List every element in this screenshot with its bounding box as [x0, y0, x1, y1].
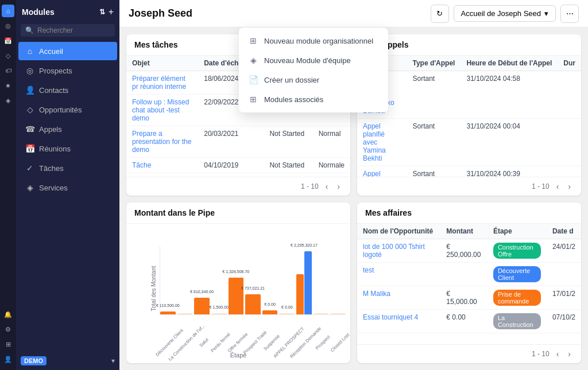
calls-next-button[interactable]: ›: [566, 181, 573, 192]
call-objet[interactable]: Appel planifié avec Drissa Sima: [357, 166, 407, 177]
dropdown-item-associated-label: Modules associés: [264, 95, 323, 104]
icon-bar-chart[interactable]: ◇: [2, 49, 14, 62]
accueil-dropdown-button[interactable]: Accueil de Joseph Seed ▾: [454, 5, 556, 22]
call-dur: [558, 71, 581, 119]
icon-bar-settings[interactable]: ⚙: [2, 323, 14, 336]
icon-bar-star[interactable]: ★: [2, 79, 14, 92]
bar-value: € 1,500.00: [210, 305, 229, 309]
sidebar-item-contacts[interactable]: 👤 Contacts: [18, 81, 117, 99]
calls-pagination: 1 - 10: [532, 182, 550, 190]
bar-orange: [262, 310, 278, 314]
sidebar-item-prospects-label: Prospects: [39, 67, 72, 75]
sidebar-item-contacts-label: Contacts: [39, 86, 68, 95]
task-objet[interactable]: Follow up : Missed chat about -test demo: [126, 95, 198, 126]
reunions-icon: 📅: [25, 144, 34, 153]
call-dur: [558, 119, 581, 166]
chart-area: Total des Montant € 110,500.00Découverte…: [126, 224, 350, 364]
task-objet[interactable]: Tâche: [126, 158, 198, 173]
sidebar-item-services[interactable]: ◈ Services: [18, 178, 117, 197]
sidebar-item-accueil[interactable]: ⌂ Accueil: [18, 42, 117, 60]
affaire-date: 24/01/2: [547, 239, 581, 262]
dropdown-item-associated[interactable]: ⊞ Modules associés: [239, 89, 388, 109]
call-heure: 31/10/2024 04:58: [461, 71, 558, 119]
task-priorite: Normale: [313, 158, 350, 173]
sidebar-item-prospects[interactable]: ◎ Prospects: [18, 61, 117, 80]
bar-value: € 0.00: [264, 302, 275, 306]
search-icon: 🔍: [25, 26, 34, 34]
dropdown-item-org[interactable]: ⊞ Nouveau module organisationnel: [239, 31, 388, 50]
sidebar-sort-icon[interactable]: ⇅: [99, 8, 105, 16]
call-dur: [558, 166, 581, 177]
call-type: Sortant: [407, 166, 461, 177]
sidebar-item-appels[interactable]: ☎ Appels: [18, 120, 117, 138]
call-objet[interactable]: Appel planifié avec Yamina Bekhti: [357, 119, 407, 166]
sidebar-item-reunions-label: Réunions: [39, 145, 71, 153]
bar-group: € 0.00APPEL PROSPECT: [279, 313, 295, 314]
icon-bar-calendar[interactable]: 📅: [2, 34, 14, 47]
bar-group: € 1,326,506.70Offre fermée: [229, 278, 244, 314]
calls-prev-button[interactable]: ‹: [554, 181, 562, 192]
affaires-card-header: Mes affaires: [357, 202, 581, 224]
bar-value: € 2,295,320.17: [291, 243, 318, 247]
task-objet[interactable]: Préparer élément pr réunion interne: [126, 71, 198, 95]
org-module-icon: ⊞: [248, 36, 258, 45]
chevron-down-icon: ▾: [544, 9, 548, 18]
icon-bar-contacts[interactable]: ◎: [2, 20, 14, 32]
more-options-button[interactable]: ⋯: [560, 5, 579, 23]
affaires-card: Mes affaires Nom de l'Opportunité Montan…: [357, 202, 581, 364]
taches-icon: ✓: [25, 163, 34, 173]
calls-card-footer: 1 - 10 ‹ ›: [357, 177, 581, 196]
icon-bar-user[interactable]: 👤: [2, 353, 14, 365]
search-placeholder: Rechercher: [37, 26, 73, 34]
affaires-prev-button[interactable]: ‹: [554, 348, 562, 360]
bar-group: € 737,021.21Prospect Traité: [245, 294, 261, 314]
dropdown-item-folder-label: Créer un dossier: [264, 76, 319, 84]
icon-bar-grid[interactable]: ⊞: [2, 338, 14, 350]
team-module-icon: ◈: [248, 56, 258, 65]
affaire-montant: € 0.00: [440, 309, 488, 333]
task-date: 20/03/2021: [198, 126, 264, 158]
affaire-nom[interactable]: lot de 100 000 Tshirt logoté: [357, 239, 440, 262]
dropdown-menu: ⊞ Nouveau module organisationnel ◈ Nouve…: [239, 28, 388, 112]
calls-table: Objet Type d'Appel Heure de Début de l'A…: [357, 56, 581, 177]
affaires-next-button[interactable]: ›: [566, 348, 573, 360]
bar-orange: [245, 294, 261, 314]
bar-orange: [160, 311, 176, 314]
icon-bar-tag[interactable]: 🏷: [2, 64, 14, 77]
table-row: M Malika € 15,000.00 Prise de commande 1…: [357, 286, 581, 309]
affaires-col-etape: Étape: [488, 224, 547, 239]
tasks-prev-button[interactable]: ‹: [323, 181, 331, 192]
sidebar-item-taches-label: Tâches: [39, 164, 64, 173]
sidebar-item-accueil-label: Accueil: [39, 47, 63, 56]
icon-bar-notification[interactable]: 🔔: [2, 308, 14, 321]
sidebar-item-services-label: Services: [39, 184, 68, 192]
dropdown-item-folder[interactable]: 📄 Créer un dossier: [239, 70, 388, 89]
affaires-pagination: 1 - 10: [532, 350, 550, 358]
bar-group: La Construction de l'of...: [177, 313, 193, 314]
affaire-nom[interactable]: Essai tourniquet 4: [357, 309, 440, 333]
dropdown-item-team[interactable]: ◈ Nouveau Module d'équipe: [239, 50, 388, 70]
demo-badge: DEMO: [21, 356, 47, 365]
sidebar-search[interactable]: 🔍 Rechercher: [21, 24, 115, 37]
calls-col-dur: Dur: [558, 56, 581, 71]
contacts-icon: 👤: [25, 85, 34, 95]
opportunites-icon: ◇: [25, 105, 34, 114]
affaire-date: 17/01/2: [547, 286, 581, 309]
icon-bar-circle[interactable]: ◈: [2, 94, 14, 107]
sidebar-item-opportunites[interactable]: ◇ Opportunités: [18, 100, 117, 119]
affaire-nom[interactable]: test: [357, 262, 440, 286]
table-row: Tâche 04/10/2019 Not Started Normale: [126, 158, 350, 173]
icon-bar-home[interactable]: ⌂: [2, 5, 14, 17]
sidebar-item-reunions[interactable]: 📅 Réunions: [18, 139, 117, 158]
task-objet[interactable]: Prepare a presentation for the demo: [126, 126, 198, 158]
refresh-button[interactable]: ↻: [431, 5, 449, 23]
task-etat: Not Started: [264, 158, 312, 173]
sidebar-item-taches[interactable]: ✓ Tâches: [18, 159, 117, 177]
tasks-next-button[interactable]: ›: [335, 181, 342, 192]
sidebar-add-icon[interactable]: +: [109, 7, 114, 17]
bar-value: € 110,500.00: [156, 303, 180, 307]
affaire-nom[interactable]: M Malika: [357, 286, 440, 309]
chart-card-header: Montant dans le Pipe: [126, 202, 350, 224]
bar-orange: [330, 313, 346, 314]
affaires-col-nom: Nom de l'Opportunité: [357, 224, 440, 239]
